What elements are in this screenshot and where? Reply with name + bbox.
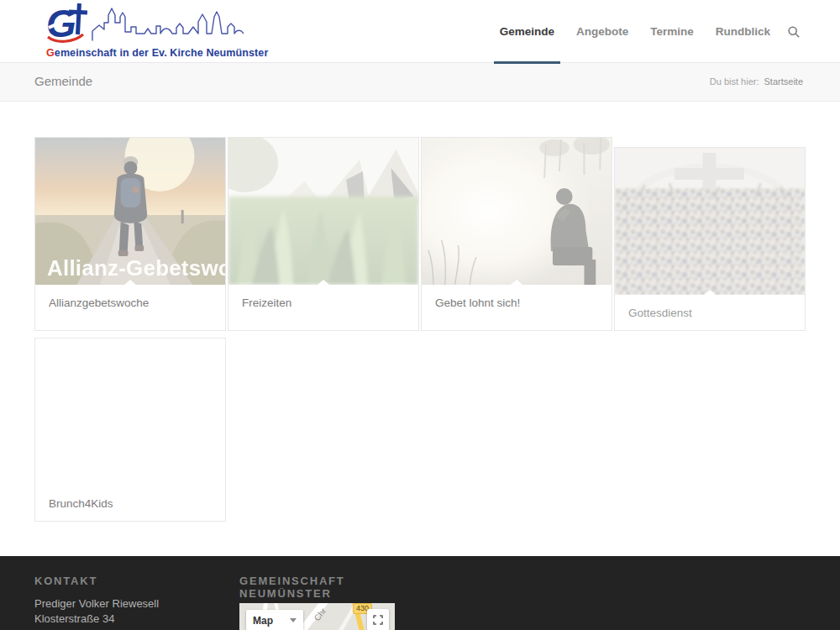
- logo-title: Gemeinschaft in der Ev. Kirche Neumünste…: [46, 47, 248, 59]
- card-gottesdienst[interactable]: Gottesdienst: [614, 147, 806, 331]
- breadcrumb-current[interactable]: Startseite: [764, 76, 803, 87]
- nav-item-gemeinde[interactable]: Gemeinde: [494, 0, 560, 63]
- card-image-freizeiten: [228, 138, 418, 285]
- search-button[interactable]: [788, 0, 800, 63]
- community-heading: GEMEINSCHAFT NEUMÜNSTER: [239, 575, 407, 600]
- contact-lines: Prediger Volker Riewesell Klosterstraße …: [34, 596, 228, 630]
- chevron-down-icon: [290, 618, 297, 622]
- card-image-gottesdienst: [615, 148, 805, 295]
- portfolio-grid: Allianz-Gebetswoche Allianzgebetswoche: [34, 137, 806, 522]
- card-brunch4kids[interactable]: Brunch4Kids: [34, 338, 226, 522]
- card-title: Freizeiten: [228, 285, 418, 320]
- breadcrumb-label: Du bist hier:: [710, 76, 759, 87]
- community-heading-line2: NEUMÜNSTER: [239, 587, 407, 600]
- map-type-label: Map: [253, 615, 290, 627]
- nav-item-rundblick[interactable]: Rundblick: [710, 0, 776, 63]
- grass-houses-image: [228, 138, 418, 285]
- map-fullscreen-button[interactable]: [367, 609, 389, 630]
- site-logo[interactable]: G Gemeinschaft in der Ev. Kirche Neumüns…: [46, 3, 248, 59]
- card-title: Allianzgebetswoche: [35, 285, 225, 320]
- site-footer: KONTAKT Prediger Volker Riewesell Kloste…: [0, 556, 840, 630]
- fullscreen-icon: [373, 615, 383, 625]
- search-icon: [788, 26, 800, 38]
- card-title: Gebet lohnt sich!: [422, 285, 612, 320]
- card-gebet-lohnt-sich[interactable]: Gebet lohnt sich!: [421, 137, 612, 331]
- praying-silhouette-image: [422, 138, 612, 285]
- congregation-cross-image: [615, 148, 805, 295]
- grid-row-1: Allianz-Gebetswoche Allianzgebetswoche: [34, 137, 806, 331]
- logo-mark-icon: G: [46, 3, 244, 43]
- nav-item-termine[interactable]: Termine: [644, 0, 700, 63]
- card-title: Brunch4Kids: [35, 486, 225, 521]
- contact-name: Prediger Volker Riewesell: [34, 596, 228, 612]
- card-image-brunch4kids: [35, 339, 225, 486]
- card-image-gebet: [422, 138, 612, 285]
- page-title: Gemeinde: [34, 74, 92, 88]
- card-image-allianzgebetswoche: Allianz-Gebetswoche: [35, 138, 225, 285]
- contact-heading: KONTAKT: [34, 575, 228, 587]
- grid-row-2: Brunch4Kids: [34, 338, 806, 522]
- site-header: G Gemeinschaft in der Ev. Kirche Neumüns…: [0, 0, 840, 63]
- contact-street: Klosterstraße 34: [34, 612, 228, 627]
- main-content: Allianz-Gebetswoche Allianzgebetswoche: [0, 102, 840, 556]
- community-heading-line1: GEMEINSCHAFT: [239, 575, 407, 587]
- google-map[interactable]: Chr e 430 Map: [239, 603, 395, 630]
- page: G Gemeinschaft in der Ev. Kirche Neumüns…: [0, 0, 840, 630]
- card-freizeiten[interactable]: Freizeiten: [228, 137, 419, 331]
- breadcrumb-bar: Gemeinde Du bist hier:Startseite: [0, 63, 840, 102]
- logo-title-rest: emeinschaft in der Ev. Kirche Neumünster: [55, 47, 269, 59]
- card-overlay-title: Allianz-Gebetswoche: [47, 255, 225, 281]
- logo-title-initial: G: [46, 47, 55, 59]
- card-title: Gottesdienst: [615, 295, 805, 330]
- footer-map-column: GEMEINSCHAFT NEUMÜNSTER Chr e 430 Map: [239, 575, 407, 630]
- breadcrumb: Du bist hier:Startseite: [710, 76, 803, 87]
- nav-item-angebote[interactable]: Angebote: [570, 0, 634, 63]
- card-allianzgebetswoche[interactable]: Allianz-Gebetswoche Allianzgebetswoche: [34, 137, 226, 331]
- contact-city: D-24534 Neumünster: [34, 627, 228, 630]
- main-nav: Gemeinde Angebote Termine Rundblick: [484, 0, 800, 63]
- map-type-dropdown[interactable]: Map: [246, 610, 303, 630]
- person-walking-path-image: Allianz-Gebetswoche: [35, 138, 225, 285]
- footer-contact-column: KONTAKT Prediger Volker Riewesell Kloste…: [34, 575, 228, 630]
